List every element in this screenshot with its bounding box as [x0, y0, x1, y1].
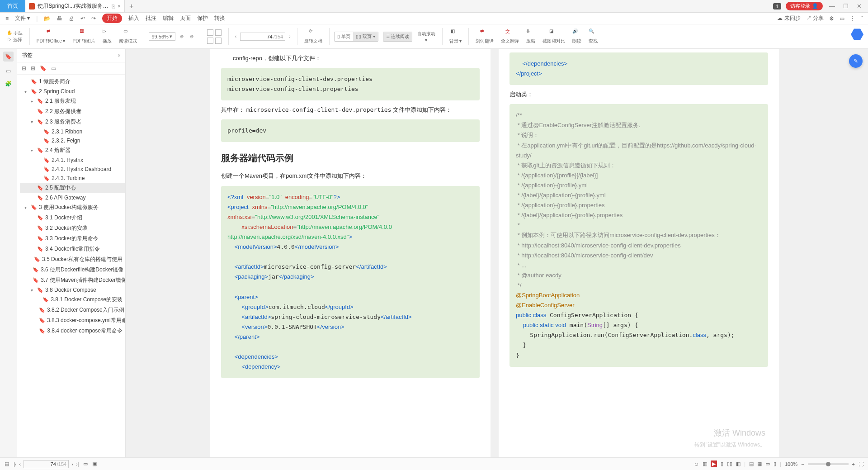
first-page-icon[interactable]: |‹ [14, 461, 17, 467]
bookmark-item[interactable]: 🔖3.3 Docker的常用命令 [20, 233, 125, 244]
document-area[interactable]: config-repo，创建以下几个文件： microservice-confi… [126, 49, 868, 457]
pdf2img-tool[interactable]: 🖼PDF转图片 [71, 28, 98, 44]
status-icon[interactable]: ▣ [92, 461, 97, 467]
bookmark-item[interactable]: ▸🔖2.1 服务发现 [20, 96, 125, 106]
login-button[interactable]: 访客登录👤 [786, 2, 823, 10]
menu-protect[interactable]: 保护 [197, 14, 208, 22]
zoom-in-icon[interactable]: ⊕ [178, 34, 185, 39]
next-page-icon[interactable]: › [71, 461, 73, 467]
close-icon[interactable]: × [118, 3, 121, 9]
bookmark-item[interactable]: 🔖3.6 使用Dockerfile构建Docker镜像 [20, 265, 125, 275]
expand-all-icon[interactable]: ⊟ [22, 65, 26, 71]
bookmark-item[interactable]: ▾🔖2 Spring Cloud [20, 87, 125, 96]
status-zoom[interactable]: 100% [785, 461, 797, 467]
bookmark-item[interactable]: ▾🔖2.4 熔断器 [20, 145, 125, 156]
play-tool[interactable]: ▷播放 [100, 28, 114, 44]
pdf2office-tool[interactable]: ⇄PDF转Office ▾ [34, 28, 68, 44]
view-mode-icon[interactable]: ▯▯ [727, 461, 732, 467]
rotate-tool[interactable]: ⟳旋转文档 [302, 28, 325, 44]
status-icon[interactable]: ▭ [83, 461, 88, 467]
collapse-all-icon[interactable]: ⊞ [31, 65, 35, 71]
bookmark-item[interactable]: ▾🔖3.8 Docker Compose [20, 285, 125, 294]
bookmark-item[interactable]: 🔖2.3.1 Ribbon [20, 127, 125, 136]
find-tool[interactable]: 🔍查找 [586, 28, 600, 44]
printer-icon[interactable]: 🖨 [69, 15, 74, 22]
bookmark-item[interactable]: 🔖3.2 Docker的安装 [20, 223, 125, 233]
last-page-icon[interactable]: ›| [76, 461, 79, 467]
tab-pin-icon[interactable]: ⎘ [112, 3, 115, 9]
view-mode-icon[interactable]: ▯ [721, 461, 723, 467]
bookmark-item[interactable]: 🔖2.2 服务提供者 [20, 106, 125, 117]
menu-review[interactable]: 批注 [146, 14, 156, 22]
bookmark-settings-icon[interactable]: ▭ [51, 65, 56, 71]
layout-icon[interactable]: ▯ [774, 461, 776, 467]
window-icon[interactable]: ▭ [840, 15, 844, 22]
cloud-sync[interactable]: ☁ 未同步 [777, 14, 800, 22]
zoom-in-icon[interactable]: + [852, 461, 855, 467]
view-mode-icon[interactable]: ◧ [736, 461, 741, 467]
bookmark-item[interactable]: 🔖3.1 Docker介绍 [20, 213, 125, 223]
bookmark-item[interactable]: 🔖3.7 使用Maven插件构建Docker镜像 [20, 275, 125, 285]
menu-file[interactable]: 文件 ▾ [15, 14, 30, 22]
collapse-icon[interactable]: ˆ [861, 15, 863, 22]
next-page-icon[interactable]: › [287, 34, 292, 39]
notification-badge[interactable]: 1 [773, 3, 781, 9]
emoji-icon[interactable]: ☺ [694, 461, 699, 467]
view-mode-icon[interactable]: ▥ [703, 461, 707, 467]
thumbnail-panel-icon[interactable]: ▭ [6, 68, 11, 74]
bookmark-item[interactable]: 🔖3.8.4 docker-compose常用命令 [20, 326, 125, 336]
prev-page-icon[interactable]: ‹ [19, 461, 21, 467]
single-page-button[interactable]: ▯ 单页 [335, 32, 353, 41]
bookmark-panel-icon[interactable]: 🔖 [3, 52, 14, 62]
layout-icon[interactable]: ▭ [765, 461, 770, 467]
background-tool[interactable]: ◧背景 ▾ [447, 28, 464, 44]
new-tab-button[interactable]: + [125, 0, 138, 12]
open-icon[interactable]: 📂 [44, 15, 51, 22]
continuous-toggle[interactable]: ≣ 连续阅读 [383, 32, 412, 42]
assistant-bubble-icon[interactable]: ✎ [849, 54, 863, 68]
compress-tool[interactable]: ⇊压缩 [524, 28, 538, 44]
share-button[interactable]: ↗ 分享 [806, 14, 824, 22]
compare-tool[interactable]: ◪截图和对比 [540, 28, 567, 44]
attachment-panel-icon[interactable]: 🧩 [5, 81, 12, 87]
readmode-tool[interactable]: ▭阅读模式 [117, 28, 139, 44]
menu-convert[interactable]: 转换 [214, 14, 225, 22]
layout-icon[interactable]: ▤ [749, 461, 754, 467]
menu-start[interactable]: 开始 [102, 14, 122, 23]
maximize-icon[interactable]: ☐ [841, 3, 850, 9]
bookmark-item[interactable]: ▾🔖2.3 服务消费者 [20, 117, 125, 127]
hamburger-icon[interactable]: ≡ [5, 15, 9, 22]
bookmark-item[interactable]: 🔖2.4.2. Hystrix Dashboard [20, 165, 125, 174]
fullscreen-icon[interactable]: ⛶ [859, 461, 863, 467]
double-page-button[interactable]: ▯▯ 双页 ▾ [353, 32, 378, 41]
zoom-slider[interactable] [808, 463, 849, 465]
more-icon[interactable]: ⋮ [850, 15, 855, 22]
autoscroll-tool[interactable]: 自动滚动▾ [415, 31, 438, 43]
bookmark-item[interactable]: 🔖3.8.1 Docker Compose的安装 [20, 294, 125, 305]
redo-icon[interactable]: ↷ [91, 15, 96, 22]
menu-edit[interactable]: 编辑 [163, 14, 174, 22]
layout-icon[interactable]: ▦ [757, 461, 762, 467]
bookmark-item[interactable]: ▾🔖3 使用Docker构建微服务 [20, 202, 125, 213]
gear-icon[interactable]: ⚙ [829, 15, 834, 22]
add-bookmark-icon[interactable]: 🔖 [40, 65, 47, 71]
bookmark-item[interactable]: 🔖3.8.2 Docker Compose入门示例 [20, 305, 125, 315]
page-layout-toggle[interactable]: ▯ 单页 ▯▯ 双页 ▾ [334, 32, 378, 42]
minimize-icon[interactable]: — [827, 3, 837, 9]
bookmark-item[interactable]: 🔖2.6 API Gateway [20, 193, 125, 202]
read-tool[interactable]: 🔊朗读 [570, 28, 584, 44]
zoom-input[interactable]: 99.56% ▾ [149, 32, 175, 41]
bookmark-item[interactable]: 🔖3.4 Dockerfile常用指令 [20, 244, 125, 254]
home-tab[interactable]: 首页 [0, 0, 25, 12]
document-tab[interactable]: 使用SpringCl...r实战微服务.pdf ⎘ × [25, 0, 125, 12]
page-input[interactable]: 74 /154 [240, 33, 285, 41]
menu-insert[interactable]: 插入 [128, 14, 139, 22]
cloud-hexagon-icon[interactable] [851, 28, 863, 41]
bookmark-item[interactable]: 🔖3.8.3 docker-compose.yml常用命令 [20, 315, 125, 326]
bookmark-item[interactable]: 🔖1 微服务简介 [20, 76, 125, 87]
bookmark-item[interactable]: 🔖2.4.1. Hystrix [20, 156, 125, 165]
bookmark-item[interactable]: 🔖2.4.3. Turbine [20, 174, 125, 183]
zoom-out-icon[interactable]: − [801, 461, 804, 467]
prev-page-icon[interactable]: ‹ [233, 34, 238, 39]
menu-page[interactable]: 页面 [180, 14, 191, 22]
